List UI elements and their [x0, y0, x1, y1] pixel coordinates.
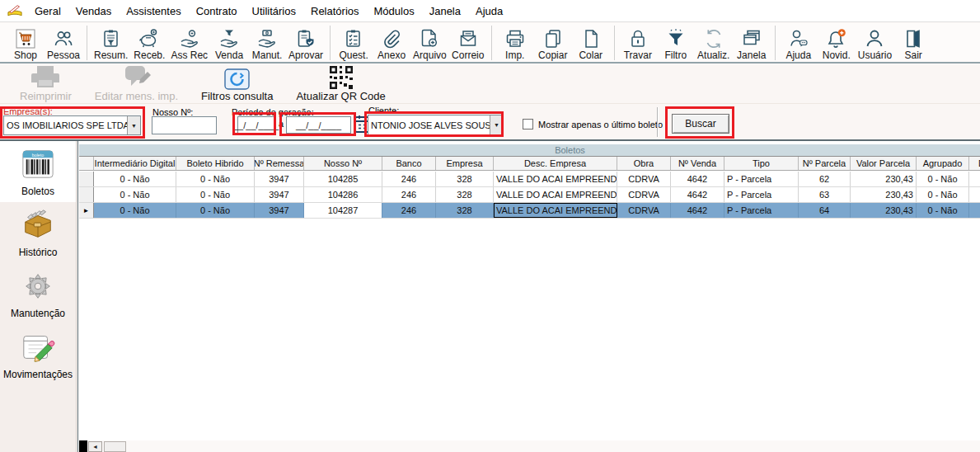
- table-row[interactable]: ►0 - Não0 - Não3947104287246328VALLE DO …: [79, 203, 980, 219]
- chevron-down-icon[interactable]: ▼: [127, 116, 140, 134]
- cell[interactable]: 0: [969, 172, 980, 186]
- grid-header-cell-8[interactable]: Obra: [617, 157, 671, 170]
- toolbar-button-pessoa[interactable]: Pessoa: [45, 24, 82, 62]
- grid-header-cell-14[interactable]: Dat: [969, 157, 980, 170]
- menu-item-geral[interactable]: Geral: [27, 2, 68, 21]
- cell[interactable]: 62: [799, 172, 851, 186]
- empresa-select[interactable]: OS IMOBILIARIOS SPE LTDA ▼: [3, 115, 141, 135]
- cell[interactable]: 0: [969, 187, 980, 202]
- toolbar-button-travar[interactable]: Travar: [619, 24, 657, 62]
- cell[interactable]: 3947: [255, 187, 304, 202]
- grid-header-cell-11[interactable]: Nº Parcela: [799, 157, 851, 170]
- sidebar-item-movimentacoes[interactable]: Movimentações: [0, 324, 76, 385]
- cell[interactable]: 328: [436, 187, 494, 202]
- cell[interactable]: 0 - Não: [917, 187, 969, 202]
- chevron-down-icon[interactable]: ▼: [490, 115, 503, 134]
- toolbar-button-correio[interactable]: Correio: [449, 24, 487, 62]
- cell[interactable]: 328: [436, 203, 494, 218]
- scroll-thumb[interactable]: [104, 441, 126, 452]
- grid-header-cell-3[interactable]: Nº Remessa: [255, 157, 304, 170]
- toolbar-button-ass-rec[interactable]: Ass Rec: [168, 24, 210, 62]
- cell[interactable]: 3947: [255, 203, 304, 218]
- cell[interactable]: 230,43: [851, 172, 917, 186]
- cell[interactable]: VALLE DO ACAI EMPREENDIME: [494, 187, 617, 202]
- cell[interactable]: 246: [382, 187, 436, 202]
- toolbar-button-atualiz[interactable]: Atualiz.: [695, 24, 733, 62]
- toolbar-button-manut[interactable]: Manut.: [248, 24, 286, 62]
- periodo-to-input[interactable]: __/__/____: [286, 116, 351, 134]
- cell[interactable]: 0 - Não: [917, 203, 969, 218]
- sidebar-item-historico[interactable]: Histórico: [0, 202, 76, 263]
- nosso-numero-input[interactable]: [152, 116, 217, 134]
- cell[interactable]: 246: [382, 203, 436, 218]
- cell[interactable]: CDRVA: [617, 203, 671, 218]
- cell[interactable]: P - Parcela: [724, 203, 799, 218]
- toolbar-button-shop[interactable]: Shop: [7, 24, 45, 62]
- row-selector-cell[interactable]: [79, 187, 94, 202]
- grid-header-cell-1[interactable]: Intermediário Digital: [94, 157, 176, 170]
- toolbar-button-receb[interactable]: Receb.: [130, 24, 168, 62]
- grid-header-cell-9[interactable]: Nº Venda: [671, 157, 724, 170]
- grid-header-cell-6[interactable]: Empresa: [436, 157, 494, 170]
- toolbar-button-novid[interactable]: Novid.: [818, 24, 856, 62]
- row-marker-icon[interactable]: ►: [79, 203, 94, 218]
- cell[interactable]: 104285: [304, 172, 382, 186]
- grid-header-cell-13[interactable]: Agrupado: [917, 157, 969, 170]
- cell[interactable]: 4642: [671, 187, 724, 202]
- periodo-from-input[interactable]: __/__/____: [237, 116, 274, 134]
- cell[interactable]: VALLE DO ACAI EMPREENDIME: [494, 203, 617, 218]
- cell[interactable]: 0 - Não: [917, 172, 969, 186]
- cell[interactable]: 0 - Não: [94, 187, 176, 202]
- toolbar-button-copiar[interactable]: Copiar: [534, 24, 572, 62]
- toolbar-button-colar[interactable]: Colar: [572, 24, 610, 62]
- cell[interactable]: P - Parcela: [724, 172, 799, 186]
- toolbar-button-venda[interactable]: Venda: [210, 24, 248, 62]
- menu-item-vendas[interactable]: Vendas: [68, 2, 119, 21]
- cell[interactable]: 230,43: [851, 203, 917, 218]
- cell[interactable]: 3947: [255, 172, 304, 186]
- cell[interactable]: 104287: [304, 203, 382, 218]
- grid-header-cell-10[interactable]: Tipo: [724, 157, 799, 170]
- cell[interactable]: 328: [436, 172, 494, 186]
- toolbar-button-quest[interactable]: Quest.: [335, 24, 373, 62]
- toolbar-button-anexo[interactable]: Anexo: [373, 24, 410, 62]
- menu-item-contrato[interactable]: Contrato: [189, 2, 245, 21]
- toolbar-button-sair[interactable]: Sair: [894, 24, 932, 62]
- cell[interactable]: 0 - Não: [176, 187, 255, 202]
- grid-header-cell-4[interactable]: Nosso Nº: [304, 157, 382, 170]
- cell[interactable]: 0 - Não: [94, 172, 176, 186]
- buscar-button[interactable]: Buscar: [672, 114, 729, 134]
- cell[interactable]: 63: [799, 187, 851, 202]
- cell[interactable]: P - Parcela: [724, 187, 799, 202]
- grid-header-cell-5[interactable]: Banco: [382, 157, 436, 170]
- menu-item-ajuda[interactable]: Ajuda: [468, 2, 510, 21]
- cell[interactable]: 4642: [671, 172, 724, 186]
- toolbar-button-janela[interactable]: Janela: [733, 24, 771, 62]
- cell[interactable]: VALLE DO ACAI EMPREENDIME: [494, 172, 617, 186]
- ultimo-boleto-checkbox[interactable]: [523, 119, 533, 129]
- grid-header-cell-2[interactable]: Boleto Hibrido: [176, 157, 255, 170]
- cell[interactable]: 230,43: [851, 187, 917, 202]
- menu-item-modulos[interactable]: Módulos: [367, 2, 422, 21]
- grid-header-cell-7[interactable]: Desc. Empresa: [494, 157, 617, 170]
- cell[interactable]: 0 - Não: [176, 203, 255, 218]
- toolbar-button-imp[interactable]: Imp.: [496, 24, 534, 62]
- menu-item-relatorios[interactable]: Relatórios: [303, 2, 367, 21]
- cell[interactable]: 0: [969, 203, 980, 218]
- grid-header-cell[interactable]: [79, 157, 94, 170]
- menu-item-janela[interactable]: Janela: [422, 2, 468, 21]
- cliente-select[interactable]: NTONIO JOSE ALVES SOUSA ▼: [368, 115, 504, 135]
- table-row[interactable]: 0 - Não0 - Não3947104286246328VALLE DO A…: [79, 187, 980, 203]
- cell[interactable]: CDRVA: [617, 187, 671, 202]
- cell[interactable]: CDRVA: [617, 172, 671, 186]
- grid-header-cell-12[interactable]: Valor Parcela: [851, 157, 917, 170]
- cell[interactable]: 64: [799, 203, 851, 218]
- sidebar-item-boletos[interactable]: boletoBoletos: [0, 141, 76, 202]
- toolbar-button-arquivo[interactable]: Arquivo: [410, 24, 449, 62]
- toolbar-button-aprovar[interactable]: Aprovar: [286, 24, 326, 62]
- row-selector-cell[interactable]: [79, 172, 94, 186]
- table-row[interactable]: 0 - Não0 - Não3947104285246328VALLE DO A…: [79, 172, 980, 187]
- cell[interactable]: 104286: [304, 187, 382, 202]
- menu-item-assistentes[interactable]: Assistentes: [119, 2, 188, 21]
- cell[interactable]: 0 - Não: [176, 172, 255, 186]
